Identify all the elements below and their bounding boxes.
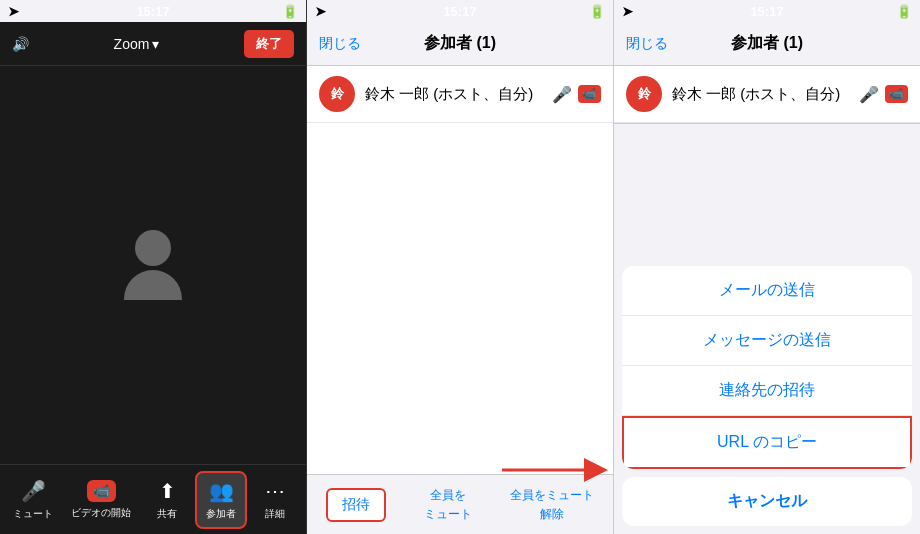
battery-p3: 🔋 [896,4,912,19]
contact-action[interactable]: 連絡先の招待 [622,366,912,416]
avatar-initials: 鈴 [331,85,344,103]
time-p2: 15:17 [443,4,476,19]
meeting-content [0,66,306,464]
mute-icon: 🎤 [21,479,46,503]
time-p3: 15:17 [750,4,783,19]
details-icon: ⋯ [265,479,285,503]
mute-label: ミュート [13,507,53,521]
participant-item-p3[interactable]: 鈴 鈴木 一郎 (ホスト、自分) 🎤 📹 [614,66,920,123]
status-bar-panel3: ➤ 15:17 🔋 [614,0,920,22]
unmute-all-group: 全員をミュート 解除 [510,487,594,523]
avatar-head [135,230,171,266]
battery-p2: 🔋 [589,4,605,19]
details-label: 詳細 [265,507,285,521]
toolbar-share[interactable]: ⬆ 共有 [141,473,193,527]
spacer [614,124,920,266]
toolbar-participants[interactable]: 👥 参加者 [195,471,247,529]
action-sheet-group: メールの送信 メッセージの送信 連絡先の招待 URL のコピー [622,266,912,469]
invite-button[interactable]: 招待 [326,488,386,522]
video-icon: 📹 [87,480,116,502]
status-bar-panel1: ➤ 15:17 🔋 [0,0,306,22]
participant-row-p3: 鈴 鈴木 一郎 (ホスト、自分) 🎤 📹 [614,66,920,124]
cancel-action[interactable]: キャンセル [622,477,912,526]
participants-title: 参加者 (1) [424,33,496,54]
arrow-icon-p3: ➤ [622,4,633,19]
participant-item[interactable]: 鈴 鈴木 一郎 (ホスト、自分) 🎤 📹 [307,66,613,123]
toolbar-mute[interactable]: 🎤 ミュート [5,473,61,527]
mic-icon: 🎤 [552,85,572,104]
participant-icons-p3: 🎤 📹 [859,85,908,104]
chevron-down-icon: ▾ [152,36,159,52]
arrow-icon-p2: ➤ [315,4,326,19]
header-left: 🔊 [12,36,29,52]
mute-all-button2[interactable]: ミュート [424,506,472,523]
email-action[interactable]: メールの送信 [622,266,912,316]
close-button-p3[interactable]: 閉じる [626,35,668,53]
camera-icon: 📹 [578,85,601,103]
action-sheet: メールの送信 メッセージの送信 連絡先の招待 URL のコピー キャンセル [614,266,920,534]
participant-icons: 🎤 📹 [552,85,601,104]
avatar-initials-p3: 鈴 [638,85,651,103]
zoom-label: Zoom ▾ [114,36,160,52]
avatar: 鈴 [319,76,355,112]
battery-p1: 🔋 [282,4,298,19]
mic-icon-p3: 🎤 [859,85,879,104]
unmute-all-button[interactable]: 全員をミュート [510,487,594,504]
url-copy-action[interactable]: URL のコピー [622,416,912,469]
avatar-p3: 鈴 [626,76,662,112]
toolbar-details[interactable]: ⋯ 詳細 [249,473,301,527]
end-button[interactable]: 終了 [244,30,294,58]
camera-icon-p3: 📹 [885,85,908,103]
toolbar-video[interactable]: 📹 ビデオの開始 [63,474,139,526]
mute-all-button[interactable]: 全員を [430,487,466,504]
video-label: ビデオの開始 [71,506,131,520]
zoom-text: Zoom [114,36,150,52]
participants-footer: 招待 全員を ミュート 全員をミュート 解除 [307,474,613,534]
message-action[interactable]: メッセージの送信 [622,316,912,366]
participant-list: 鈴 鈴木 一郎 (ホスト、自分) 🎤 📹 [307,66,613,474]
participants-nav: 閉じる 参加者 (1) [307,22,613,66]
participant-name: 鈴木 一郎 (ホスト、自分) [365,85,552,104]
action-sheet-panel: ➤ 15:17 🔋 閉じる 参加者 (1) 鈴 鈴木 一郎 (ホスト、自分) 🎤… [614,0,920,534]
time-p1: 15:17 [136,4,169,19]
action-sheet-title: 参加者 (1) [731,33,803,54]
close-button-p2[interactable]: 閉じる [319,35,361,53]
status-bar-panel2: ➤ 15:17 🔋 [307,0,613,22]
participants-icon: 👥 [209,479,234,503]
participants-label: 参加者 [206,507,236,521]
mute-all-group: 全員を ミュート [424,487,472,523]
action-sheet-nav: 閉じる 参加者 (1) [614,22,920,66]
zoom-meeting-panel: ➤ 15:17 🔋 🔊 Zoom ▾ 終了 🎤 ミュート 📹 ビデオの開始 ⬆ [0,0,307,534]
participants-panel: ➤ 15:17 🔋 閉じる 参加者 (1) 鈴 鈴木 一郎 (ホスト、自分) 🎤… [307,0,614,534]
unmute-all-button2[interactable]: 解除 [540,506,564,523]
zoom-header: 🔊 Zoom ▾ 終了 [0,22,306,66]
speaker-icon: 🔊 [12,36,29,52]
toolbar: 🎤 ミュート 📹 ビデオの開始 ⬆ 共有 👥 参加者 ⋯ 詳細 [0,464,306,534]
avatar-body [124,270,182,300]
share-icon: ⬆ [159,479,176,503]
arrow-icon-p1: ➤ [8,4,19,19]
share-label: 共有 [157,507,177,521]
participant-name-p3: 鈴木 一郎 (ホスト、自分) [672,85,859,104]
avatar-placeholder [113,225,193,305]
